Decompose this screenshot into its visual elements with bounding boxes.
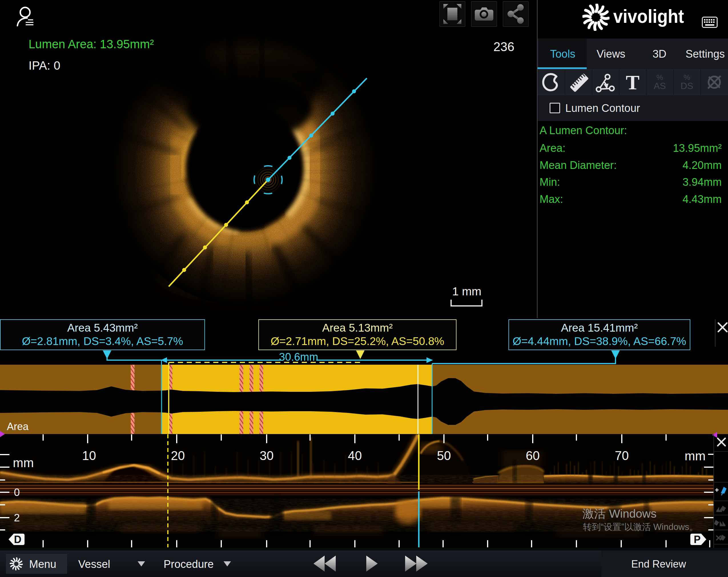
- svg-text:30.6mm: 30.6mm: [279, 351, 318, 363]
- svg-text:D: D: [14, 533, 21, 545]
- svg-text:AS: AS: [654, 81, 666, 91]
- svg-text:%: %: [656, 73, 663, 82]
- svg-text:DS: DS: [681, 81, 693, 91]
- svg-text:T: T: [626, 71, 640, 94]
- svg-text:P: P: [694, 533, 701, 545]
- svg-text:%: %: [683, 73, 690, 82]
